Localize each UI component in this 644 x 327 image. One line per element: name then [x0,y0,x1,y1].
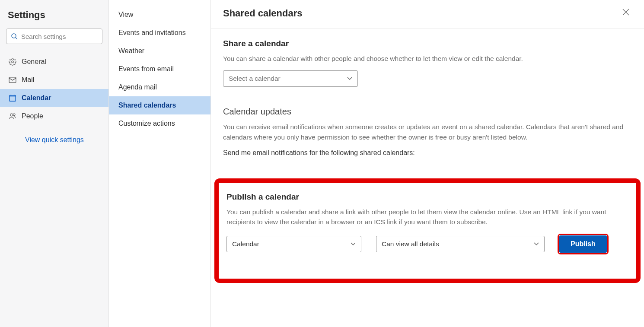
people-icon [9,112,22,120]
mail-icon [9,77,22,83]
chevron-down-icon [534,242,539,246]
publish-controls: Calendar Can view all details Publish [226,235,628,253]
nav-mail[interactable]: Mail [0,71,108,89]
updates-instruction: Send me email notifications for the foll… [223,149,632,157]
svg-point-12 [13,114,16,116]
subnav-customize-actions[interactable]: Customize actions [109,114,210,133]
settings-sidebar: Settings General Mail [0,0,109,327]
nav-label: Calendar [22,94,51,102]
share-heading: Share a calendar [223,39,632,48]
share-section: Share a calendar You can share a calenda… [211,29,644,91]
search-icon [11,33,18,40]
select-value: Can view all details [382,240,439,248]
chevron-down-icon [351,242,356,246]
publish-highlight: Publish a calendar You can publish a cal… [214,178,641,283]
publish-button[interactable]: Publish [559,235,607,253]
updates-section: Calendar updates You can receive email n… [211,91,644,161]
calendar-icon [9,94,22,102]
select-value: Calendar [232,240,259,248]
calendar-subnav: View Events and invitations Weather Even… [109,0,211,327]
select-placeholder: Select a calendar [229,75,281,83]
chevron-down-icon [347,77,352,80]
search-input[interactable] [21,33,98,40]
subnav-agenda-mail[interactable]: Agenda mail [109,78,210,96]
page-title: Shared calendars [223,8,302,19]
subnav-weather[interactable]: Weather [109,42,210,60]
close-button[interactable] [620,6,632,20]
subnav-shared-calendars[interactable]: Shared calendars [109,96,210,114]
nav-people[interactable]: People [0,107,108,125]
view-quick-settings-link[interactable]: View quick settings [0,125,108,144]
svg-line-1 [16,38,17,39]
publish-description: You can publish a calendar and share a l… [226,207,628,227]
subnav-events-invitations[interactable]: Events and invitations [109,24,210,42]
share-calendar-select[interactable]: Select a calendar [223,70,358,87]
svg-point-2 [12,61,14,63]
content-pane: Shared calendars Share a calendar You ca… [211,0,644,327]
svg-rect-3 [9,77,16,83]
nav-calendar[interactable]: Calendar [0,89,108,107]
publish-calendar-select[interactable]: Calendar [226,236,361,252]
publish-heading: Publish a calendar [226,192,628,202]
close-icon [622,9,629,17]
settings-title: Settings [0,4,108,29]
svg-point-0 [12,34,16,38]
updates-heading: Calendar updates [223,107,632,117]
updates-description: You can receive email notifications when… [223,122,632,142]
nav-list: General Mail Calendar People [0,53,108,125]
publish-permission-select[interactable]: Can view all details [376,236,545,252]
nav-label: People [22,112,43,120]
nav-general[interactable]: General [0,53,108,71]
nav-label: Mail [22,76,34,84]
subnav-events-from-email[interactable]: Events from email [109,60,210,78]
search-box[interactable] [6,29,102,44]
share-description: You can share a calendar with other peop… [223,54,632,63]
svg-point-11 [10,114,13,116]
nav-label: General [22,58,46,66]
svg-rect-4 [10,95,16,102]
search-container [0,29,108,50]
page-header: Shared calendars [211,0,644,29]
subnav-view[interactable]: View [109,6,210,24]
gear-icon [9,58,22,66]
